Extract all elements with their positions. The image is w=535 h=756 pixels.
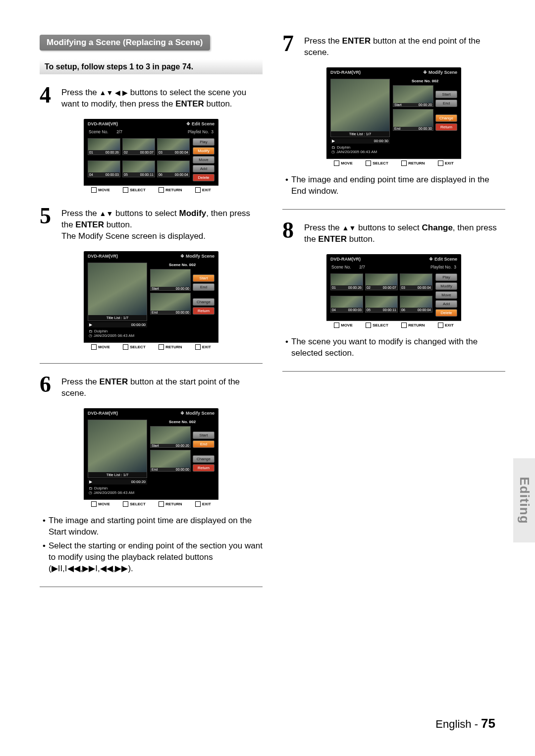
scene-header: Scene No. 002 [150,263,214,267]
legend-exit: EXIT [195,187,211,193]
note: The image and starting point time are di… [43,515,263,538]
thumb[interactable]: 0600:00:04 [157,161,190,177]
modify-button[interactable]: Modify [435,282,457,290]
step-4: 4 Press the ▲▼ ◀ ▶ buttons to select the… [40,86,263,110]
time: 00:00:00 [176,311,189,314]
step-number: 8 [282,221,300,240]
text: buttons to select [113,209,179,218]
lbl: End [394,127,400,130]
time: 00:00:00 [176,287,189,290]
step-number: 4 [40,86,57,105]
legend-select: SELECT [123,501,146,507]
thumb[interactable]: 0600:00:04 [400,296,432,313]
time: 00:00:04 [418,285,431,290]
date: JAN/20/2005 06:43 AM [336,150,377,154]
play-button[interactable]: Play [435,273,457,281]
play-time: 00:00:30 [374,139,388,143]
end-button[interactable]: End [193,283,214,291]
lbl: End [152,468,158,471]
step6-notes: The image and starting point time are di… [43,515,263,575]
step-text: Press the ▲▼ ◀ ▶ buttons to select the s… [61,86,263,110]
thumb[interactable]: 0100:00:26 [330,273,363,290]
keyword: Change [422,223,453,232]
text: Press the [304,36,342,46]
page-footer: English - 75 [435,716,495,731]
move-button[interactable]: Move [435,291,457,299]
add-button[interactable]: Add [193,165,214,172]
folder-icon: 🗀 [331,145,335,150]
return-button[interactable]: Return [193,307,214,315]
time: 00:00:00 [176,468,189,471]
change-button[interactable]: Change [435,114,457,122]
scene-header: Scene No. 002 [150,420,214,424]
text: Press the [304,223,342,232]
legend-bar: MOVESELECTRETURNEXIT [84,185,218,194]
step-text: Press the ▲▼ buttons to select Change, t… [304,221,505,245]
arrow-icons: ▲▼ [342,224,356,232]
idx: 02 [124,150,128,155]
thumb[interactable]: 0100:00:26 [88,138,120,155]
thumb[interactable]: 0300:00:04 [157,138,190,155]
title-name: Dolphin [337,145,350,150]
add-button[interactable]: Add [435,300,457,308]
step-number: 6 [40,376,57,394]
lbl: Start [394,103,402,107]
thumb[interactable]: 0200:00:07 [365,273,398,290]
move-button[interactable]: Move [193,156,214,163]
legend-select: SELECT [366,323,388,328]
start-thumb: Start00:00:20 [150,426,191,448]
screenshot-edit-scene-after: DVD-RAM(VR)Edit Scene Scene No. 2/7Playl… [326,254,461,329]
lbl: End [152,311,158,314]
start-button[interactable]: Start [193,274,214,282]
thumb[interactable]: 0500:00:11 [365,296,398,313]
title-name: Dolphin [94,486,107,490]
lbl: Start [152,444,159,447]
thumbnail-grid: 0100:00:26 0200:00:07 0300:00:04 0400:00… [88,138,190,181]
change-button[interactable]: Change [193,455,214,463]
end-thumb: End00:00:00 [150,293,191,315]
keyword: Modify [179,209,207,218]
label: Scene No. [331,265,351,270]
return-button[interactable]: Return [193,464,214,472]
thumb[interactable]: 0500:00:11 [122,161,155,177]
screenshot-modify-endpoint: DVD-RAM(VR)Modify Scene Title List : 1/7… [326,67,461,167]
thumb[interactable]: 0400:00:03 [88,161,120,177]
delete-button[interactable]: Delete [435,309,457,317]
start-button[interactable]: Start [435,91,457,98]
thumb[interactable]: 0400:00:03 [330,296,363,313]
thumb[interactable]: 0300:00:04 [400,273,432,290]
step-6: 6 Press the ENTER button at the start po… [40,376,263,399]
folder-icon: 🗀 [89,329,93,333]
return-button[interactable]: Return [435,123,457,131]
keyword: ENTER [100,377,128,386]
section-banner: Modifying a Scene (Replacing a Scene) [40,35,210,51]
end-button[interactable]: End [193,440,214,448]
play-icon: ▶ [89,480,92,484]
legend-move: MOVE [91,501,110,507]
legend-bar: MOVESELECTRETURNEXIT [84,499,218,508]
text: Press the [61,377,100,386]
start-button[interactable]: Start [193,432,214,439]
step8-notes: The scene you want to modify is changed … [285,336,505,359]
idx: 02 [367,285,371,290]
keyword: ENTER [318,234,347,244]
legend-move: MOVE [91,344,110,350]
change-button[interactable]: Change [193,298,214,306]
screenshot-modify-startpoint: DVD-RAM(VR)Modify Scene Title List : 1/7… [84,408,218,508]
idx: 05 [367,308,371,312]
legend-return: RETURN [159,501,182,507]
date: JAN/20/2005 06:43 AM [94,490,134,495]
delete-button[interactable]: Delete [193,174,214,181]
text: button. [204,99,232,108]
idx: 03 [401,285,405,290]
play-time: 00:00:20 [131,480,146,484]
idx: 03 [159,150,162,155]
time: 00:00:04 [175,172,188,177]
end-button[interactable]: End [435,100,457,107]
modify-button[interactable]: Modify [193,147,214,155]
clock-icon: ◷ [89,490,92,495]
thumb[interactable]: 0200:00:07 [122,138,155,155]
play-button[interactable]: Play [193,138,214,146]
arrow-icons: ▲▼ ◀ ▶ [100,89,128,97]
step-8: 8 Press the ▲▼ buttons to select Change,… [282,221,505,245]
